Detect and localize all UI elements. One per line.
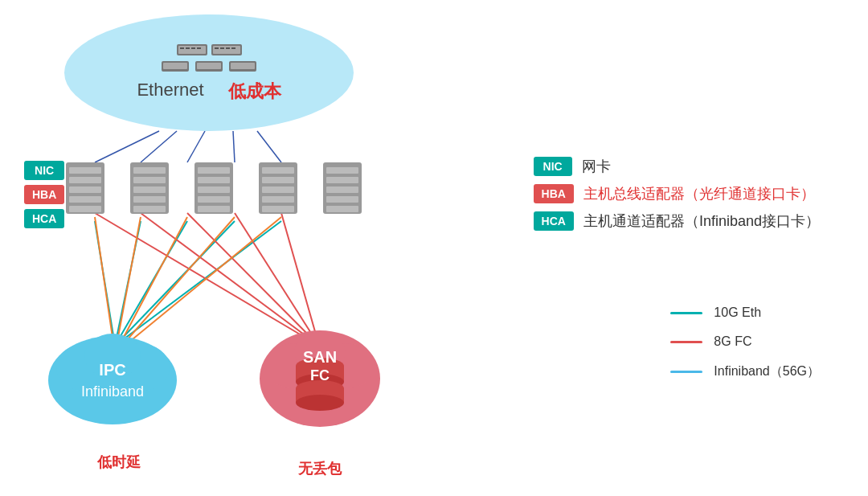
hba-badge-left: HBA <box>24 185 64 204</box>
svg-rect-42 <box>69 196 101 203</box>
nic-badge-right: NIC <box>534 157 572 176</box>
line-legend-fc: 8G FC <box>670 334 820 349</box>
ib-line-label: Infiniband（56G） <box>714 363 820 380</box>
san-cloud: SAN FC <box>249 308 390 436</box>
hca-description: 主机通道适配器（Infiniband接口卡） <box>583 211 820 231</box>
diagram-container: Ethernet 低成本 NIC HBA HCA <box>0 0 868 496</box>
svg-rect-48 <box>133 196 166 203</box>
svg-rect-67 <box>326 206 358 212</box>
svg-text:SAN: SAN <box>303 348 337 366</box>
svg-rect-23 <box>186 47 190 49</box>
server-icon-4 <box>257 161 299 219</box>
hba-description: 主机总线适配器（光纤通道接口卡） <box>583 184 815 203</box>
svg-point-83 <box>296 395 344 411</box>
svg-line-4 <box>257 131 281 162</box>
svg-text:Infiniband: Infiniband <box>81 383 144 400</box>
svg-line-1 <box>141 131 177 162</box>
svg-rect-61 <box>262 206 294 212</box>
switch-icon-2 <box>211 43 242 57</box>
svg-text:IPC: IPC <box>99 361 125 379</box>
svg-rect-28 <box>215 47 219 49</box>
hca-badge-left: HCA <box>24 209 64 228</box>
svg-rect-35 <box>197 63 221 69</box>
line-legend-eth: 10G Eth <box>670 305 820 320</box>
hba-badge-right: HBA <box>534 184 574 203</box>
svg-rect-37 <box>231 63 255 69</box>
svg-rect-59 <box>262 187 294 193</box>
svg-text:FC: FC <box>310 367 330 383</box>
svg-rect-60 <box>262 196 294 203</box>
svg-rect-24 <box>191 47 195 49</box>
ib-line-sample <box>670 371 702 373</box>
switch-icon-3 <box>162 60 189 73</box>
svg-rect-45 <box>133 167 166 174</box>
svg-line-0 <box>95 131 159 162</box>
server-icon-5 <box>321 161 363 219</box>
svg-rect-31 <box>231 47 235 49</box>
svg-rect-41 <box>69 187 101 193</box>
svg-rect-63 <box>326 167 358 174</box>
switch-icon-1 <box>177 43 207 57</box>
eth-line-sample <box>670 312 702 314</box>
legend-hca: HCA 主机通道适配器（Infiniband接口卡） <box>534 211 820 231</box>
svg-rect-64 <box>326 177 358 183</box>
svg-rect-25 <box>197 47 201 49</box>
fc-line-label: 8G FC <box>714 334 751 349</box>
svg-rect-47 <box>133 187 166 193</box>
san-sublabel: 无丢包 <box>249 459 390 478</box>
eth-line-label: 10G Eth <box>714 305 761 320</box>
ipc-sublabel: 低时延 <box>44 453 193 472</box>
svg-rect-57 <box>262 167 294 174</box>
svg-rect-46 <box>133 177 166 183</box>
server-icon-2 <box>129 161 170 219</box>
badges-column: NIC HBA HCA <box>24 161 64 228</box>
legend-hba: HBA 主机总线适配器（光纤通道接口卡） <box>534 184 820 203</box>
svg-rect-40 <box>69 177 101 183</box>
san-cloud-shape: SAN FC <box>249 308 390 432</box>
switch-icon-4 <box>195 60 223 73</box>
ethernet-label: Ethernet <box>137 80 203 102</box>
legend-column: NIC 网卡 HBA 主机总线适配器（光纤通道接口卡） HCA 主机通道适配器（… <box>534 157 820 231</box>
nic-badge-left: NIC <box>24 161 64 180</box>
line-legend: 10G Eth 8G FC Infiniband（56G） <box>670 305 820 380</box>
legend-nic: NIC 网卡 <box>534 157 820 176</box>
svg-rect-65 <box>326 187 358 193</box>
svg-line-2 <box>187 131 205 162</box>
fc-line-sample <box>670 341 702 343</box>
svg-rect-22 <box>180 47 184 49</box>
ethernet-ellipse: Ethernet 低成本 <box>64 14 354 131</box>
server-icon-1 <box>64 161 106 219</box>
svg-rect-58 <box>262 177 294 183</box>
svg-rect-29 <box>220 47 224 49</box>
svg-rect-55 <box>198 206 230 212</box>
svg-rect-49 <box>133 206 166 212</box>
svg-rect-27 <box>213 46 240 54</box>
svg-rect-51 <box>198 167 230 174</box>
line-legend-ib: Infiniband（56G） <box>670 363 820 380</box>
svg-rect-39 <box>69 167 101 174</box>
ipc-cloud-shape: IPC Infiniband <box>39 309 187 428</box>
ipc-cloud: IPC Infiniband <box>39 309 187 432</box>
hca-badge-right: HCA <box>534 211 574 231</box>
svg-line-3 <box>233 131 235 162</box>
switch-icon-5 <box>229 60 256 73</box>
svg-rect-53 <box>198 187 230 193</box>
svg-rect-52 <box>198 177 230 183</box>
svg-rect-21 <box>178 46 206 54</box>
svg-rect-54 <box>198 196 230 203</box>
svg-rect-43 <box>69 206 101 212</box>
nic-description: 网卡 <box>582 157 611 176</box>
servers-row <box>64 161 363 219</box>
server-icon-3 <box>193 161 235 219</box>
ethernet-cost-label: 低成本 <box>228 80 281 104</box>
svg-rect-66 <box>326 196 358 203</box>
svg-rect-30 <box>226 47 230 49</box>
svg-rect-33 <box>163 63 187 69</box>
